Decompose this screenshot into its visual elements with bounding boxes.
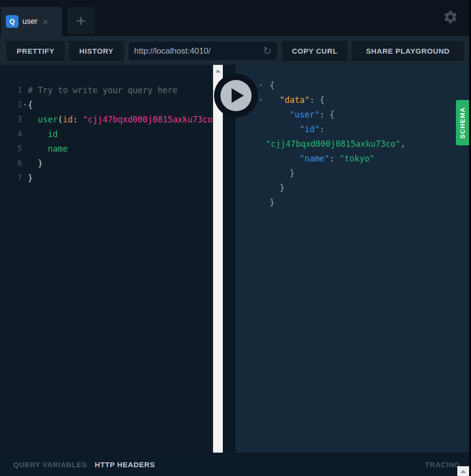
line-number: 2	[8, 98, 22, 112]
copy-curl-button[interactable]: COPY CURL	[282, 41, 348, 61]
tracing-tab[interactable]: TRACING	[425, 460, 460, 469]
scroll-up-icon[interactable]	[215, 69, 221, 73]
code-text: }	[28, 171, 33, 185]
code-text: }	[270, 195, 275, 210]
fold-spacer	[22, 156, 28, 171]
code-line: 6 }	[8, 156, 213, 171]
add-tab-button[interactable]: +	[67, 7, 95, 34]
code-line: 5 name	[8, 141, 213, 156]
token-keyo: "data"	[279, 95, 309, 105]
plus-icon: +	[76, 11, 86, 30]
token-punctr: :	[330, 154, 339, 163]
code-text: # Try to write your query here	[28, 83, 177, 98]
code-line: 1# Try to write your query here	[8, 83, 213, 98]
toolbar: PRETTIFY HISTORY ↺ COPY CURL SHARE PLAYG…	[0, 36, 471, 65]
code-text: "user": {	[270, 107, 334, 122]
token-field: id	[48, 129, 58, 139]
code-text: "id":	[270, 122, 325, 137]
token-punctr: ,	[400, 139, 405, 149]
token-punct	[28, 115, 38, 124]
token-keyb: "name"	[299, 154, 329, 163]
code-line: "name": "tokyo"	[252, 151, 469, 166]
fold-arrow-icon[interactable]: ▾	[22, 98, 28, 112]
code-text: "cjj47bqxd000j0815axku73co",	[266, 137, 406, 151]
token-punctr: }	[270, 198, 275, 207]
token-punctr	[270, 154, 299, 163]
fold-spacer	[252, 195, 270, 210]
fold-spacer	[252, 122, 270, 137]
play-icon	[232, 88, 244, 103]
code-line: ▾ "data": {	[252, 93, 469, 107]
code-text: }	[270, 166, 294, 180]
code-line: }	[252, 166, 469, 180]
code-text: {	[270, 78, 275, 93]
token-punct: }	[28, 159, 43, 168]
token-str: "cjj47bqxd000j0815axku73co	[83, 115, 213, 124]
pane-divider[interactable]	[223, 65, 236, 453]
endpoint-url-field[interactable]: ↺	[128, 41, 278, 61]
query-editor-pane[interactable]: 1# Try to write your query here2▾{3 user…	[0, 65, 213, 453]
schema-tab-label: SCHEMA	[459, 107, 466, 139]
schema-side-tab[interactable]: SCHEMA	[456, 100, 469, 145]
code-text: name	[28, 141, 68, 156]
token-punctr: }	[270, 168, 294, 178]
token-punct: :	[73, 115, 82, 124]
fold-spacer	[22, 171, 28, 185]
share-playground-button[interactable]: SHARE PLAYGROUND	[352, 41, 464, 61]
http-headers-tab[interactable]: HTTP HEADERS	[95, 460, 155, 469]
token-field: name	[48, 144, 68, 154]
token-field: user	[38, 115, 58, 124]
query-variables-tab[interactable]: QUERY VARIABLES	[13, 460, 87, 469]
fold-spacer	[252, 166, 270, 180]
code-line: }	[252, 180, 469, 195]
token-punct: (	[58, 115, 62, 124]
token-punctr	[270, 110, 290, 119]
token-punctr: }	[270, 183, 285, 193]
bottom-bar: QUERY VARIABLES HTTP HEADERS TRACING	[0, 453, 471, 476]
code-text: {	[28, 98, 33, 112]
token-punctr: : {	[310, 95, 325, 105]
endpoint-url-input[interactable]	[134, 46, 263, 56]
editor-scrollbar[interactable]	[213, 65, 223, 453]
token-punctr: : {	[319, 110, 334, 119]
code-line: 4 id	[8, 127, 213, 141]
fold-spacer	[252, 107, 270, 122]
code-text: user(id: "cjj47bqxd000j0815axku73co	[28, 112, 213, 127]
execute-button[interactable]	[214, 74, 258, 118]
line-number: 7	[8, 171, 22, 185]
close-icon[interactable]: ×	[42, 17, 48, 26]
line-number: 4	[8, 127, 22, 141]
line-number: 3	[8, 112, 22, 127]
line-number: 5	[8, 141, 22, 156]
code-line: 7}	[8, 171, 213, 185]
prettify-button[interactable]: PRETTIFY	[6, 41, 65, 61]
code-text: "name": "tokyo"	[270, 151, 374, 166]
fold-spacer	[252, 180, 270, 195]
token-punct	[28, 144, 48, 154]
code-line: 3 user(id: "cjj47bqxd000j0815axku73co	[8, 112, 213, 127]
response-pane: ▾{▾ "data": { "user": { "id":"cjj47bqxd0…	[236, 65, 469, 453]
fold-spacer	[22, 127, 28, 141]
fold-spacer	[252, 151, 270, 166]
token-keyb: "user"	[290, 110, 319, 119]
code-text: "data": {	[270, 93, 325, 107]
token-punct: }	[28, 173, 33, 183]
code-line: 2▾{	[8, 98, 213, 112]
code-line: "id":	[252, 122, 469, 137]
fold-spacer	[22, 83, 28, 98]
code-line: ▾{	[252, 78, 469, 93]
history-button[interactable]: HISTORY	[69, 41, 124, 61]
tab-user[interactable]: Q user ×	[1, 7, 62, 36]
token-punct: {	[28, 100, 33, 110]
tab-label: user	[22, 17, 38, 26]
token-punctr	[270, 95, 279, 105]
execute-button-circle	[220, 80, 252, 111]
settings-button[interactable]	[443, 9, 458, 25]
refresh-icon[interactable]: ↺	[263, 46, 272, 57]
token-arg: id	[63, 115, 73, 124]
response-json-code: ▾{▾ "data": { "user": { "id":"cjj47bqxd0…	[236, 65, 469, 210]
token-keyb: "id"	[299, 124, 319, 134]
response-scroll-up-button[interactable]	[457, 466, 469, 476]
code-line: }	[252, 195, 469, 210]
code-text: id	[28, 127, 58, 141]
